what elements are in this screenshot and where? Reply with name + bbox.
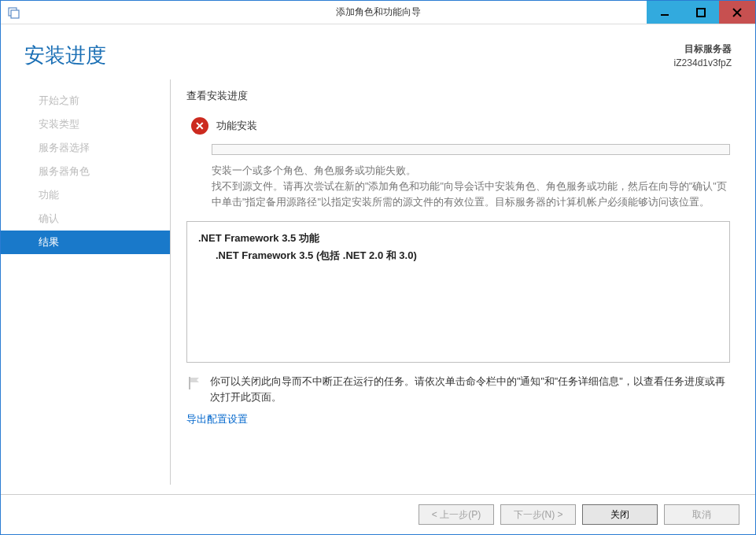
- maximize-button[interactable]: [683, 1, 719, 24]
- minimize-button[interactable]: [647, 1, 683, 24]
- body-area: 开始之前 安装类型 服务器选择 服务器角色 功能 确认 结果 查看安装进度 ✕ …: [1, 79, 755, 494]
- target-server-name: iZ234d1v3fpZ: [674, 56, 732, 70]
- main-content: 查看安装进度 ✕ 功能安装 安装一个或多个角色、角色服务或功能失败。 找不到源文…: [179, 79, 747, 494]
- wizard-window: 添加角色和功能向导 安装进度 目标服务器 iZ234d1v3fpZ 开始之前 安…: [0, 0, 756, 535]
- note-text: 你可以关闭此向导而不中断正在运行的任务。请依次单击命令栏中的"通知"和"任务详细…: [210, 374, 730, 405]
- result-panel: .NET Framework 3.5 功能 .NET Framework 3.5…: [186, 221, 730, 363]
- sidebar-item-features: 功能: [1, 183, 170, 207]
- sidebar-item-server-roles: 服务器角色: [1, 160, 170, 183]
- next-button: 下一步(N) >: [500, 504, 576, 525]
- target-server-info: 目标服务器 iZ234d1v3fpZ: [674, 42, 732, 70]
- status-text: 功能安装: [216, 119, 257, 133]
- sidebar-item-confirmation: 确认: [1, 207, 170, 231]
- svg-rect-1: [11, 10, 19, 18]
- svg-rect-6: [189, 377, 190, 389]
- titlebar: 添加角色和功能向导: [1, 1, 755, 24]
- error-icon: ✕: [191, 117, 208, 135]
- error-detail: 找不到源文件。请再次尝试在新的"添加角色和功能"向导会话中安装角色、角色服务或功…: [212, 181, 727, 208]
- status-row: ✕ 功能安装: [191, 117, 730, 135]
- window-controls: [647, 1, 755, 24]
- svg-rect-3: [697, 9, 705, 17]
- footer: < 上一步(P) 下一步(N) > 关闭 取消: [1, 494, 755, 534]
- section-title: 查看安装进度: [186, 89, 730, 103]
- result-feature-item: .NET Framework 3.5 (包括 .NET 2.0 和 3.0): [198, 247, 718, 264]
- close-button[interactable]: 关闭: [582, 504, 658, 525]
- sidebar: 开始之前 安装类型 服务器选择 服务器角色 功能 确认 结果: [1, 79, 170, 494]
- sidebar-item-before-begin: 开始之前: [1, 89, 170, 113]
- window-title: 添加角色和功能向导: [336, 6, 421, 19]
- app-icon: [6, 5, 21, 20]
- sidebar-item-install-type: 安装类型: [1, 113, 170, 136]
- header-area: 安装进度 目标服务器 iZ234d1v3fpZ: [1, 24, 755, 79]
- error-message: 安装一个或多个角色、角色服务或功能失败。 找不到源文件。请再次尝试在新的"添加角…: [212, 163, 730, 210]
- flag-icon: [186, 375, 202, 391]
- error-summary: 安装一个或多个角色、角色服务或功能失败。: [212, 163, 730, 179]
- close-window-button[interactable]: [719, 1, 755, 24]
- export-config-link[interactable]: 导出配置设置: [186, 413, 730, 426]
- vertical-divider: [170, 79, 171, 485]
- prev-button: < 上一步(P): [419, 504, 494, 525]
- page-title: 安装进度: [24, 42, 106, 69]
- cancel-button: 取消: [664, 504, 739, 525]
- target-server-label: 目标服务器: [674, 42, 732, 56]
- progress-bar: [212, 144, 730, 155]
- sidebar-item-results[interactable]: 结果: [1, 231, 170, 254]
- note-row: 你可以关闭此向导而不中断正在运行的任务。请依次单击命令栏中的"通知"和"任务详细…: [186, 374, 730, 405]
- sidebar-item-server-selection: 服务器选择: [1, 136, 170, 160]
- result-feature-group: .NET Framework 3.5 功能: [198, 230, 718, 247]
